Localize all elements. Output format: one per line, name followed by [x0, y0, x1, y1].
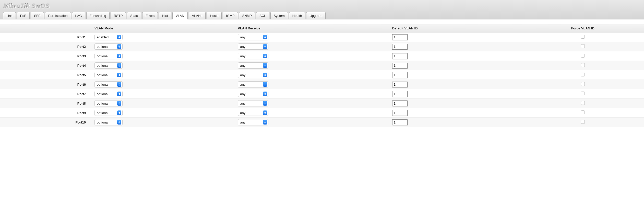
- tab-errors[interactable]: Errors: [142, 12, 158, 19]
- tab-forwarding[interactable]: Forwarding: [86, 12, 110, 19]
- force-vlan-id-checkbox[interactable]: [581, 110, 585, 114]
- vlan-mode-select[interactable]: optional: [94, 43, 123, 50]
- col-port: [0, 24, 92, 32]
- tab-hist[interactable]: Hist: [159, 12, 171, 19]
- port-label: Port6: [0, 80, 92, 89]
- tab-hosts[interactable]: Hosts: [207, 12, 222, 19]
- force-vlan-id-checkbox[interactable]: [581, 101, 585, 105]
- vlan-mode-cell: optional: [92, 70, 235, 80]
- vlan-mode-value: optional: [97, 120, 116, 124]
- updown-icon: [117, 73, 121, 77]
- tab-health[interactable]: Health: [289, 12, 305, 19]
- force-vlan-id-checkbox[interactable]: [581, 92, 585, 95]
- updown-icon: [263, 44, 267, 49]
- force-vlan-id-cell: [522, 108, 644, 118]
- vlan-mode-select[interactable]: optional: [94, 81, 123, 87]
- updown-icon: [263, 63, 267, 68]
- default-vlan-id-input[interactable]: [392, 34, 408, 40]
- vlan-mode-select[interactable]: optional: [94, 110, 123, 116]
- vlan-mode-select[interactable]: optional: [94, 100, 123, 106]
- port-label: Port10: [0, 118, 92, 127]
- tab-igmp[interactable]: IGMP: [223, 12, 238, 19]
- vlan-receive-select[interactable]: any: [238, 91, 268, 97]
- default-vlan-id-input[interactable]: [392, 100, 408, 106]
- table-row: Port5optionalany: [0, 70, 644, 80]
- tab-vlan[interactable]: VLAN: [172, 12, 188, 19]
- force-vlan-id-checkbox[interactable]: [581, 120, 585, 124]
- default-vlan-id-cell: [390, 108, 522, 118]
- port-label: Port9: [0, 108, 92, 118]
- table-row: Port1enabledany: [0, 32, 644, 42]
- vlan-mode-cell: optional: [92, 118, 235, 127]
- updown-icon: [117, 82, 121, 87]
- tab-lag[interactable]: LAG: [72, 12, 85, 19]
- tab-system[interactable]: System: [270, 12, 288, 19]
- default-vlan-id-input[interactable]: [392, 110, 408, 116]
- vlan-receive-cell: any: [235, 118, 390, 127]
- vlan-table: VLAN Mode VLAN Receive Default VLAN ID F…: [0, 24, 644, 127]
- tab-port-isolation[interactable]: Port Isolation: [45, 12, 71, 19]
- vlan-receive-select[interactable]: any: [238, 34, 268, 40]
- vlan-receive-select[interactable]: any: [238, 100, 268, 106]
- vlan-mode-cell: optional: [92, 61, 235, 70]
- vlan-receive-value: any: [240, 111, 261, 115]
- default-vlan-id-input[interactable]: [392, 119, 408, 125]
- vlan-mode-select[interactable]: optional: [94, 72, 123, 78]
- tab-poe[interactable]: PoE: [17, 12, 30, 19]
- vlan-receive-select[interactable]: any: [238, 81, 268, 87]
- default-vlan-id-input[interactable]: [392, 91, 408, 97]
- force-vlan-id-checkbox[interactable]: [581, 35, 585, 39]
- vlan-mode-value: optional: [97, 64, 116, 68]
- vlan-mode-select[interactable]: optional: [94, 62, 123, 69]
- vlan-mode-select[interactable]: enabled: [94, 34, 123, 40]
- force-vlan-id-checkbox[interactable]: [581, 63, 585, 67]
- vlan-receive-value: any: [240, 64, 261, 68]
- force-vlan-id-cell: [522, 32, 644, 42]
- default-vlan-id-input[interactable]: [392, 44, 408, 50]
- tab-sfp[interactable]: SFP: [31, 12, 44, 19]
- default-vlan-id-cell: [390, 51, 522, 61]
- tab-acl[interactable]: ACL: [256, 12, 269, 19]
- default-vlan-id-input[interactable]: [392, 63, 408, 69]
- vlan-receive-select[interactable]: any: [238, 53, 268, 59]
- tab-stats[interactable]: Stats: [127, 12, 141, 19]
- vlan-receive-select[interactable]: any: [238, 119, 268, 125]
- table-row: Port3optionalany: [0, 51, 644, 61]
- vlan-receive-cell: any: [235, 89, 390, 99]
- updown-icon: [263, 35, 267, 39]
- tab-vlans[interactable]: VLANs: [189, 12, 206, 19]
- vlan-mode-select[interactable]: optional: [94, 119, 123, 125]
- vlan-receive-select[interactable]: any: [238, 72, 268, 78]
- force-vlan-id-cell: [522, 61, 644, 70]
- force-vlan-id-checkbox[interactable]: [581, 82, 585, 86]
- tab-upgrade[interactable]: Upgrade: [306, 12, 326, 19]
- tab-link[interactable]: Link: [3, 12, 16, 19]
- force-vlan-id-cell: [522, 99, 644, 108]
- vlan-receive-select[interactable]: any: [238, 110, 268, 116]
- default-vlan-id-input[interactable]: [392, 72, 408, 78]
- force-vlan-id-checkbox[interactable]: [581, 54, 585, 58]
- vlan-receive-select[interactable]: any: [238, 62, 268, 69]
- col-vlan-receive: VLAN Receive: [235, 24, 390, 32]
- default-vlan-id-input[interactable]: [392, 82, 408, 87]
- vlan-receive-cell: any: [235, 108, 390, 118]
- force-vlan-id-cell: [522, 42, 644, 51]
- vlan-mode-value: optional: [97, 111, 116, 115]
- header: MikroTik SwOS LinkPoESFPPort IsolationLA…: [0, 0, 644, 19]
- vlan-mode-value: optional: [97, 102, 116, 105]
- vlan-receive-select[interactable]: any: [238, 43, 268, 50]
- updown-icon: [117, 92, 121, 96]
- force-vlan-id-checkbox[interactable]: [581, 73, 585, 76]
- tab-snmp[interactable]: SNMP: [239, 12, 255, 19]
- vlan-mode-select[interactable]: optional: [94, 53, 123, 59]
- updown-icon: [117, 120, 121, 125]
- app-title: MikroTik SwOS: [3, 2, 641, 12]
- updown-icon: [263, 110, 267, 115]
- vlan-mode-select[interactable]: optional: [94, 91, 123, 97]
- default-vlan-id-cell: [390, 89, 522, 99]
- tab-rstp[interactable]: RSTP: [111, 12, 126, 19]
- default-vlan-id-input[interactable]: [392, 53, 408, 59]
- table-row: Port10optionalany: [0, 118, 644, 127]
- force-vlan-id-checkbox[interactable]: [581, 44, 585, 48]
- vlan-mode-value: optional: [97, 54, 116, 58]
